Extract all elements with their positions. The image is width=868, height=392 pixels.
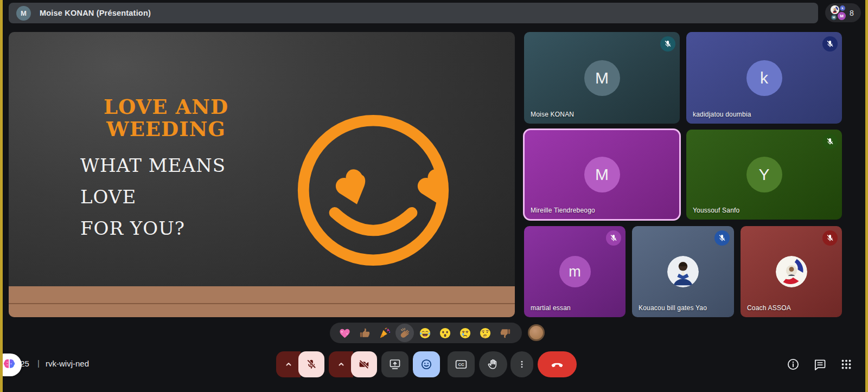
slide-wooden-floor [9,286,515,317]
skin-tone-selector[interactable] [528,324,545,341]
footer-right-panel [786,351,854,377]
reaction-tears-of-joy[interactable] [418,326,431,339]
tile-mireille-tiendrebeogo[interactable]: M Mireille Tiendrebeogo [524,130,680,220]
reaction-clapping-hands-selected[interactable] [395,324,414,342]
mic-off-badge [714,230,730,246]
camera-control [329,351,377,377]
mic-off-badge [606,230,621,246]
mic-off-badge [822,36,838,52]
end-call-button[interactable] [538,351,577,377]
capture-border-right [865,0,868,392]
mic-mute-button[interactable] [298,351,324,377]
mini-photo-avatar [831,5,839,14]
shared-presentation[interactable]: LOVE AND WEEDING WHAT MEANS LOVE FOR YOU… [9,32,515,317]
tile-kadidjatou-doumbia[interactable]: k kadidjatou doumbia [686,32,842,124]
mic-off-badge [822,134,838,149]
tile-coach-assoa[interactable]: Coach ASSOA [741,226,842,317]
tile-moise-konan[interactable]: M Moise KONAN [524,32,680,124]
reaction-thumbs-up[interactable] [358,326,371,339]
slide-question: WHAT MEANS LOVE FOR YOU? [80,150,286,244]
control-bar: CC [276,351,577,377]
heart-eyes-smiley-graphic [293,109,454,272]
presentation-banner[interactable]: M Moise KONAN (Présentation) [9,3,818,23]
participant-name: Mireille Tiendrebeogo [531,207,595,214]
avatar: M [584,157,620,192]
raise-hand-button[interactable] [479,351,507,377]
presenter-avatar: M [16,6,31,21]
participant-name: Youssouf Sanfo [693,207,739,214]
reaction-crying-face[interactable] [458,326,471,339]
mini-k-avatar: k [840,5,845,11]
camera-off-button[interactable] [351,351,377,377]
participant-count: 8 [850,9,854,17]
reaction-party-popper[interactable] [378,326,391,339]
activities-grid-button[interactable] [839,357,854,372]
slide-title: LOVE AND WEEDING [47,96,285,140]
svg-text:CC: CC [458,362,464,367]
participant-avatars-cluster: k M M [831,5,845,20]
avatar: Y [746,157,782,192]
presenter-label: Moise KONAN (Présentation) [40,9,151,17]
participant-name: Moise KONAN [531,111,574,118]
reactions-button[interactable] [413,351,440,377]
participant-name: martial essan [531,304,571,312]
photo-avatar [776,256,807,287]
participants-pill[interactable]: k M M 8 [825,3,861,22]
reaction-thumbs-down[interactable] [499,326,512,339]
photo-avatar [667,256,699,287]
tile-youssouf-sanfo[interactable]: Y Youssouf Sanfo [686,130,842,220]
reaction-astonished-face[interactable] [438,326,451,339]
mini-m-avatar-purple: M [838,12,846,20]
meeting-code: rvk-wivj-ned [46,359,132,368]
participant-name: Coach ASSOA [747,304,791,312]
present-button[interactable] [381,351,409,377]
captions-button[interactable]: CC [448,351,475,377]
avatar: k [746,60,782,96]
meet-window: M Moise KONAN (Présentation) k M M 8 LOV… [0,0,868,392]
separator: | [37,358,40,368]
chat-button[interactable] [812,357,827,372]
capture-border-left [0,0,3,392]
info-button[interactable] [786,357,801,372]
camera-options-chevron[interactable] [329,351,353,377]
avatar: m [559,256,591,287]
mini-m-avatar-teal: M [831,15,837,20]
mic-options-chevron[interactable] [276,351,301,377]
mic-off-badge [660,36,675,52]
tile-martial-essan[interactable]: m martial essan [524,226,626,317]
extension-brain-button[interactable] [0,354,22,376]
reaction-thinking-face[interactable] [478,326,492,339]
participant-name: kadidjatou doumbia [693,111,751,118]
participant-name: Kouacou bill gates Yao [639,304,707,312]
reactions-bar [330,323,522,343]
mic-control [276,351,324,377]
more-options-button[interactable] [510,351,533,377]
mic-off-badge [822,230,838,246]
tile-kouacou-bill-gates-yao[interactable]: Kouacou bill gates Yao [632,226,734,317]
avatar: M [584,60,620,96]
reaction-sparkling-heart[interactable] [338,326,351,339]
